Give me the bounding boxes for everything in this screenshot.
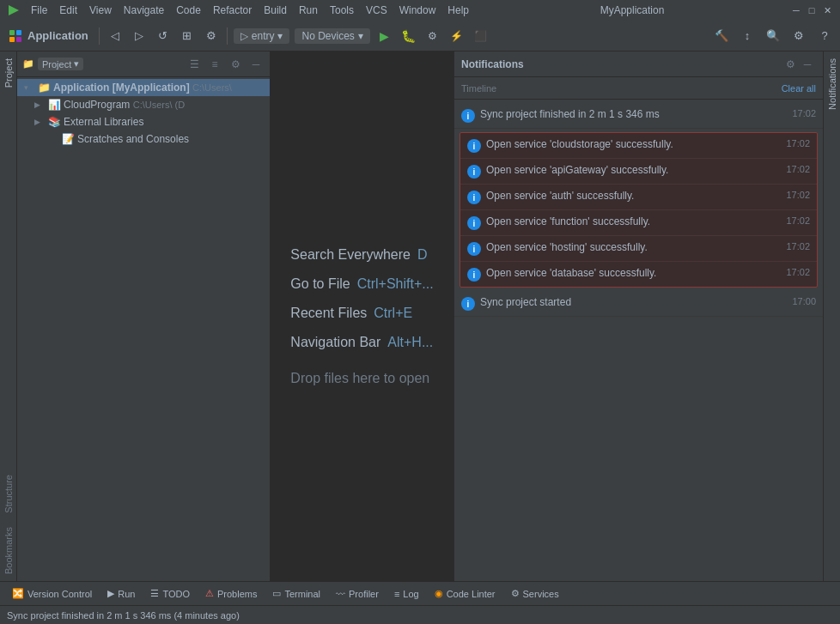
shortcut-recent: Recent Files Ctrl+E: [290, 306, 433, 321]
toolbar-help-btn[interactable]: ?: [813, 24, 837, 48]
tree-item-scratches[interactable]: 📝 Scratches and Consoles: [17, 130, 270, 148]
panel-settings-btn[interactable]: ⚙: [227, 56, 244, 73]
bottom-tab-services[interactable]: ⚙ Services: [504, 586, 566, 601]
notif-item-database[interactable]: i Open service 'database' successfully. …: [460, 262, 817, 287]
toolbar-settings-btn[interactable]: ⚙: [199, 24, 223, 48]
tree-item-external-libraries[interactable]: ▶ 📚 External Libraries: [17, 113, 270, 130]
notif-text-5: Open service 'function' successfully.: [486, 215, 781, 227]
entry-config-selector[interactable]: ▷ entry ▾: [234, 28, 290, 44]
device-selector[interactable]: No Devices ▾: [295, 28, 369, 44]
tree-item-cloudprogram[interactable]: ▶ 📊 CloudProgram C:\Users\ (D: [17, 96, 270, 113]
panel-sort-btn[interactable]: ≡: [206, 56, 223, 73]
debug-button[interactable]: 🐛: [397, 24, 421, 48]
menu-tools[interactable]: Tools: [325, 3, 359, 18]
notif-item-hosting[interactable]: i Open service 'hosting' successfully. 1…: [460, 236, 817, 262]
app-toolbar-logo: [3, 24, 27, 48]
build-coverage-button[interactable]: ⚙: [421, 24, 445, 48]
svg-rect-1: [9, 30, 15, 35]
bottom-tab-run[interactable]: ▶ Run: [100, 586, 142, 601]
toolbar-back-btn[interactable]: ◁: [103, 24, 127, 48]
tree-item-application[interactable]: ▾ 📁 Application [MyApplication] C:\Users…: [17, 79, 270, 96]
notif-item-apigateway[interactable]: i Open service 'apiGateway' successfully…: [460, 159, 817, 185]
toolbar-recent-btn[interactable]: ↺: [151, 24, 175, 48]
notif-item-sync-started[interactable]: i Sync project started 17:00: [454, 291, 823, 317]
menu-file[interactable]: File: [26, 3, 52, 18]
right-sidebar-tabs: Notifications: [823, 51, 840, 581]
todo-label: TODO: [162, 589, 190, 599]
notifications-close-btn[interactable]: ─: [799, 56, 816, 73]
app-toolbar-title: Application: [27, 29, 88, 42]
main-content: Project Structure Bookmarks 📁 Project ▾ …: [0, 51, 840, 581]
clear-all-button[interactable]: Clear all: [782, 83, 816, 94]
status-text: Sync project finished in 2 m 1 s 346 ms …: [7, 610, 240, 621]
menu-code[interactable]: Code: [171, 3, 206, 18]
device-arrow: ▾: [358, 30, 363, 42]
menu-edit[interactable]: Edit: [54, 3, 82, 18]
menu-help[interactable]: Help: [442, 3, 474, 18]
tree-icon-application: 📁: [37, 81, 51, 94]
panel-minimize-btn[interactable]: ─: [247, 56, 265, 73]
run-button[interactable]: ▶: [373, 24, 397, 48]
run-config-arrow: ▾: [277, 30, 283, 42]
bottom-tab-todo[interactable]: ☰ TODO: [143, 586, 197, 601]
shortcut-search: Search Everywhere D: [290, 247, 433, 263]
notif-item-cloudstorage[interactable]: i Open service 'cloudstorage' successful…: [460, 133, 817, 159]
tree-text-scratches: Scratches and Consoles: [77, 133, 189, 145]
minimize-button[interactable]: ─: [790, 4, 802, 16]
sidebar-tab-bookmarks[interactable]: Bookmarks: [1, 520, 16, 581]
notif-time-4: 17:02: [786, 190, 810, 200]
panel-tree-btn[interactable]: ☰: [186, 56, 203, 73]
drop-files-text: Drop files here to open: [290, 371, 433, 386]
toolbar-sync-btn[interactable]: ↕: [735, 24, 759, 48]
stop-button[interactable]: ⬛: [469, 24, 493, 48]
close-button[interactable]: ✕: [821, 4, 833, 16]
notif-icon-1: i: [461, 109, 475, 123]
menu-build[interactable]: Build: [259, 3, 292, 18]
bottom-tab-terminal[interactable]: ▭ Terminal: [265, 586, 327, 601]
bottom-tab-problems[interactable]: ⚠ Problems: [198, 586, 264, 601]
bottom-bar: 🔀 Version Control ▶ Run ☰ TODO ⚠ Problem…: [0, 581, 840, 605]
sidebar-tab-project[interactable]: Project: [1, 51, 16, 94]
app-icon: [7, 3, 21, 17]
menu-navigate[interactable]: Navigate: [119, 3, 169, 18]
notif-icon-6: i: [467, 242, 481, 256]
menu-view[interactable]: View: [84, 3, 117, 18]
shortcut-goto-name: Go to File: [290, 276, 350, 292]
maximize-button[interactable]: □: [806, 4, 818, 16]
log-label: Log: [403, 589, 418, 599]
shortcut-search-name: Search Everywhere: [290, 247, 411, 263]
notif-time-8: 17:00: [792, 296, 816, 306]
toolbar-forward-btn[interactable]: ▷: [127, 24, 151, 48]
toolbar-gear-btn[interactable]: ⚙: [787, 24, 811, 48]
tree-icon-external: 📚: [47, 115, 61, 129]
menu-refactor[interactable]: Refactor: [208, 3, 257, 18]
notif-highlighted-group: i Open service 'cloudstorage' successful…: [460, 132, 818, 288]
bottom-tab-version-control[interactable]: 🔀 Version Control: [5, 586, 99, 601]
menu-bar-items: File Edit View Navigate Code Refactor Bu…: [26, 3, 474, 18]
svg-rect-4: [16, 37, 21, 42]
notif-time-5: 17:02: [786, 215, 810, 226]
project-panel-icon: 📁: [22, 58, 34, 70]
toolbar-layout-btn[interactable]: ⊞: [175, 24, 199, 48]
menu-window[interactable]: Window: [394, 3, 441, 18]
notif-item-sync-finished[interactable]: i Sync project finished in 2 m 1 s 346 m…: [454, 103, 823, 129]
sidebar-tab-notifications[interactable]: Notifications: [825, 51, 840, 117]
toolbar-build-btn[interactable]: 🔨: [709, 24, 733, 48]
notif-text-6: Open service 'hosting' successfully.: [486, 241, 781, 253]
bottom-tab-log[interactable]: ≡ Log: [387, 587, 426, 601]
toolbar-search-btn[interactable]: 🔍: [761, 24, 785, 48]
shortcut-recent-name: Recent Files: [290, 306, 367, 321]
notif-text-8: Sync project started: [480, 296, 787, 308]
project-dropdown[interactable]: Project ▾: [38, 58, 83, 70]
menu-run[interactable]: Run: [294, 3, 323, 18]
bottom-tab-profiler[interactable]: 〰 Profiler: [329, 587, 386, 601]
bottom-tab-code-linter[interactable]: ◉ Code Linter: [428, 586, 502, 601]
notifications-settings-btn[interactable]: ⚙: [782, 56, 799, 73]
notif-item-auth[interactable]: i Open service 'auth' successfully. 17:0…: [460, 185, 817, 210]
sidebar-tab-structure[interactable]: Structure: [1, 468, 16, 520]
menu-vcs[interactable]: VCS: [361, 3, 393, 18]
shortcut-navbar: Navigation Bar Alt+H...: [290, 335, 433, 350]
notif-text-4: Open service 'auth' successfully.: [486, 190, 781, 202]
notif-item-function[interactable]: i Open service 'function' successfully. …: [460, 210, 817, 236]
profile-button[interactable]: ⚡: [445, 24, 469, 48]
